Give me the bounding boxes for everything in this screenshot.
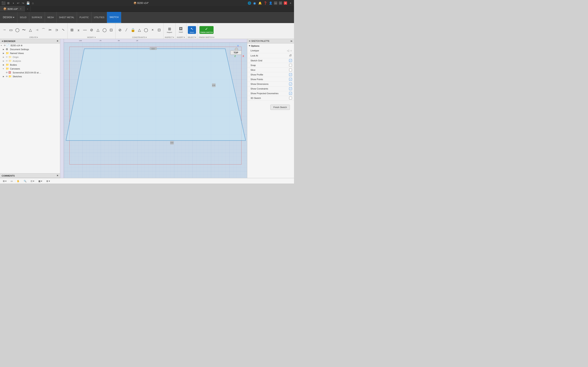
inspect-measure[interactable]: ⊞ Inspect [165, 26, 173, 34]
zoom-status[interactable]: 🔍 [22, 179, 28, 183]
collinear-tool[interactable]: ╱ [123, 28, 130, 32]
new-tab-icon[interactable]: + [289, 1, 292, 5]
tab-close-icon[interactable]: ✕ [20, 8, 21, 10]
browser-item-origin[interactable]: ▶ 👁 📁 Origin [0, 55, 60, 59]
show-projected-checkbox[interactable] [289, 92, 292, 95]
user-icon[interactable]: 👤 [269, 1, 272, 5]
close-button[interactable]: ✕ [284, 1, 287, 5]
browser-close-icon[interactable]: ✕ [57, 40, 58, 42]
snap-checkbox[interactable] [289, 64, 292, 67]
trim-tool[interactable]: ✂ [47, 27, 53, 33]
move-tool[interactable]: ⌅ [75, 27, 81, 33]
fit-status[interactable]: ⊡ ▾ [29, 179, 35, 183]
browser-item-doc-settings[interactable]: ▶ ⚙ Document Settings [0, 47, 60, 51]
browser-item-canvases[interactable]: ▾ 📁 Canvases [0, 67, 60, 71]
canvas-area[interactable]: -100 -75 -50 -25 [60, 39, 247, 178]
select-label[interactable]: SELECT ▾ [188, 36, 196, 38]
browser-collapse-icon[interactable]: ◂ [2, 40, 3, 42]
item-visibility-icon[interactable]: 👁 [6, 56, 8, 58]
item-visibility-icon[interactable]: 👁 [6, 60, 8, 62]
finish-sketch-ribbon-button[interactable]: ✓ FINISH SKETCH [199, 26, 214, 34]
view-cube[interactable]: Y X Z TOP [229, 45, 245, 61]
tab-sketch[interactable]: SKETCH [107, 12, 121, 23]
capture-status[interactable]: ▭ [9, 179, 14, 183]
pattern-tool[interactable]: ◯ [102, 27, 108, 33]
browser-item-screenshot[interactable]: 👁 🖼 Screenshot 2023-04-03 at ... [0, 71, 60, 75]
design-dropdown[interactable]: DESIGN ▾ [0, 12, 17, 23]
save-icon[interactable]: 💾 [26, 1, 30, 5]
app-menu-icon[interactable]: ⬛ [2, 1, 5, 5]
browser-item-analysis[interactable]: ▶ 👁 📁 Analysis [0, 59, 60, 63]
item-visibility-icon[interactable]: 👁 [4, 44, 6, 47]
rect-tool[interactable]: ▭ [8, 27, 14, 33]
snap-status[interactable]: ⊞ ▾ [2, 179, 8, 183]
browser-item-sketches[interactable]: ▶ 👁 📁 Sketches [0, 75, 60, 78]
tab-b200[interactable]: 📦 B200 v14* ✕ [0, 6, 25, 12]
view-cube-top[interactable]: TOP [230, 50, 242, 55]
create-label[interactable]: CREATE ▾ [29, 36, 38, 38]
look-at-icon[interactable]: 🗗 [289, 54, 292, 57]
3d-sketch-checkbox[interactable] [289, 97, 292, 100]
browser-item-root[interactable]: ▾ 👁 📄 B200 v14 ◉ [0, 43, 60, 47]
browser-item-bodies[interactable]: ▶ 📁 Bodies [0, 63, 60, 67]
slice-checkbox[interactable] [289, 68, 292, 71]
tab-plastic[interactable]: PLASTIC [77, 12, 91, 23]
pan-status[interactable]: ✋ [16, 179, 21, 183]
linetype-right-icon[interactable]: ○ [290, 49, 292, 52]
arc-tool[interactable]: 〜 [21, 27, 27, 33]
insert-image[interactable]: 🖼 Insert [177, 26, 185, 34]
coincident-tool[interactable]: ⊘ [117, 27, 123, 33]
tab-sheet-metal[interactable]: SHEET METAL [57, 12, 77, 23]
menu-arrow-icon[interactable]: ▾ [11, 1, 15, 5]
show-points-checkbox[interactable] [289, 78, 292, 81]
item-visibility-icon[interactable]: 👁 [6, 71, 8, 74]
linetype-left-icon[interactable]: ◁ [287, 49, 289, 52]
split-tool[interactable]: ⊡ [108, 27, 114, 33]
tangent-tool[interactable]: ✕ [149, 28, 156, 32]
maximize-button[interactable]: □ [279, 1, 282, 5]
bell-icon[interactable]: 🔔 [258, 1, 262, 5]
palette-expand-icon[interactable]: ≫ [290, 40, 292, 42]
grid-status[interactable]: ⊞ ▾ [45, 179, 51, 183]
view-status[interactable]: ▦ ▾ [37, 179, 43, 183]
select-tool[interactable]: ↖ Select [188, 26, 196, 34]
symmetric-tool[interactable]: ⊡ [156, 27, 162, 33]
slot-tool[interactable]: ⊣ [34, 28, 40, 32]
finish-sketch-button[interactable]: Finish Sketch [270, 105, 290, 110]
circle-tool[interactable]: ◯ [14, 27, 20, 33]
inspect-label[interactable]: INSPECT ▾ [165, 36, 174, 38]
perp-tool[interactable]: ◯ [143, 27, 149, 33]
browser-item-named-views[interactable]: ▶ 📁 Named Views [0, 51, 60, 55]
undo-icon[interactable]: ↩ [16, 1, 20, 5]
help-icon[interactable]: ❓ [263, 1, 267, 5]
line-tool[interactable]: → [1, 27, 7, 33]
show-profile-checkbox[interactable] [289, 73, 292, 76]
show-dimensions-checkbox[interactable] [289, 83, 292, 85]
redo-icon[interactable]: ↪ [21, 1, 25, 5]
fillet-tool[interactable]: ⌒ [40, 27, 47, 33]
poly-tool[interactable]: △ [27, 27, 34, 33]
modify-label[interactable]: MODIFY ▾ [87, 36, 96, 38]
insert-label[interactable]: INSERT ▾ [177, 36, 185, 38]
apps-icon[interactable]: ⊞ [7, 1, 10, 5]
globe-icon[interactable]: 🌐 [247, 1, 251, 5]
finish-label[interactable]: FINISH SKETCH ▾ [199, 36, 214, 38]
circle-icon[interactable]: ◉ [253, 1, 256, 5]
equal-tool[interactable]: — [82, 27, 88, 33]
tab-utilities[interactable]: UTILITIES [91, 12, 107, 23]
scale-tool[interactable]: ⊘ [88, 27, 95, 33]
home-icon[interactable]: ⌂ [31, 1, 35, 5]
item-visibility-icon[interactable]: 👁 [6, 75, 8, 78]
lock-tool[interactable]: 🔒 [130, 27, 136, 33]
constraints-label[interactable]: CONSTRAINTS ▾ [132, 36, 147, 38]
new-tab-button[interactable]: + [25, 6, 30, 12]
tab-solid[interactable]: SOLID [17, 12, 29, 23]
sketch-dim-tool[interactable]: ⊞ [69, 27, 75, 33]
parallel-tool[interactable]: △ [136, 27, 143, 33]
spline-tool[interactable]: 〜 [60, 27, 66, 33]
minimize-button[interactable]: — [274, 1, 277, 5]
tab-surface[interactable]: SURFACE [29, 12, 45, 23]
options-section-header[interactable]: ▾ Options [247, 43, 294, 48]
show-constraints-checkbox[interactable] [289, 87, 292, 90]
sketch-grid-checkbox[interactable] [289, 59, 292, 62]
